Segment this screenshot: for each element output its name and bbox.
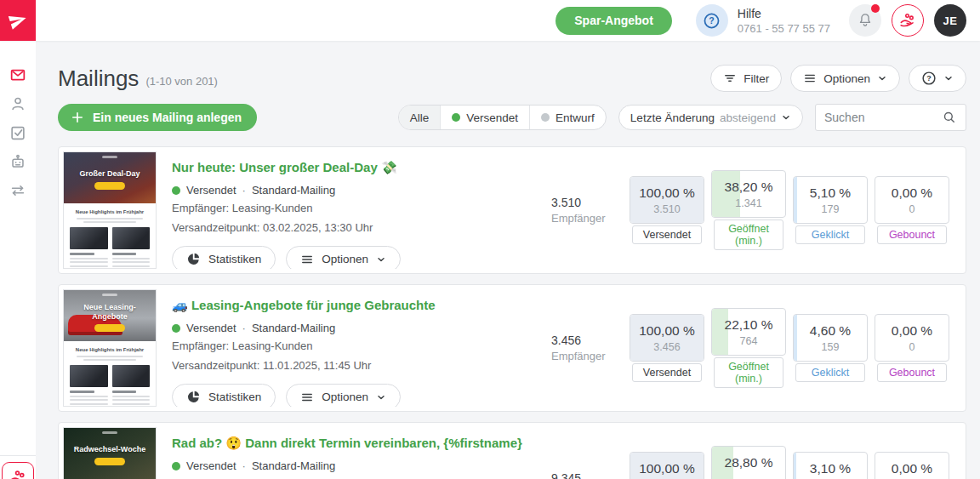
stat-geklickt: 4,60 % 159 Geklickt <box>793 314 868 382</box>
sidebar-referral-button[interactable] <box>2 462 34 479</box>
user-avatar[interactable]: JE <box>934 4 966 37</box>
sidebar-items <box>0 41 36 201</box>
segment-versendet[interactable]: Versendet <box>441 105 530 129</box>
thumb-text-line <box>70 403 108 405</box>
sidebar-item-mailings[interactable] <box>7 65 29 85</box>
mailing-actions: Statistiken Optionen <box>172 384 550 407</box>
thumb-hero: Großer Deal-Day <box>64 152 156 203</box>
options-button[interactable]: Optionen <box>790 65 900 92</box>
stat-label: Geklickt <box>795 363 865 382</box>
stat-label: Versendet <box>632 225 702 244</box>
mailing-options-button[interactable]: Optionen <box>286 246 401 269</box>
search-icon <box>942 110 957 125</box>
person-icon <box>9 94 27 113</box>
mailing-options-button[interactable]: Optionen <box>286 384 401 407</box>
help-button[interactable]: ? <box>696 4 728 37</box>
mailing-thumbnail[interactable]: Großer Deal-Day Neue Highlights im Frühj… <box>63 151 157 269</box>
referral-button[interactable] <box>892 4 924 37</box>
pie-chart-icon <box>186 390 201 404</box>
mailing-schedule-line: Versandzeitpunkt: 03.02.2025, 13:30 Uhr <box>172 220 550 236</box>
stat-gebounct: 0,00 % Gebounct <box>875 452 949 479</box>
thumb-caption-bar <box>70 391 94 393</box>
bell-icon <box>857 12 874 29</box>
stat-count: 179 <box>794 203 867 215</box>
stat-box: 4,60 % 159 <box>793 314 868 362</box>
mailing-recipients-line: Empfänger: Leasing-Kunden <box>172 201 550 216</box>
stat-count: 0 <box>875 341 949 353</box>
sidebar-item-forms[interactable] <box>7 123 29 143</box>
help-dropdown-button[interactable]: ? <box>909 65 966 92</box>
recipients-count: 3.456 <box>551 334 623 347</box>
stat-label: Gebounct <box>877 225 947 244</box>
chevron-down-icon <box>943 73 954 83</box>
mailing-thumbnail[interactable]: Radwechsel-Woche <box>63 427 157 479</box>
transfer-arrows-icon <box>9 181 27 200</box>
stat-label: Versendet <box>632 363 702 382</box>
sort-dropdown[interactable]: Letzte Änderung absteigend <box>618 105 803 130</box>
stat-label: Gebounct <box>877 363 947 382</box>
stat-label: Geöffnet (min.) <box>714 357 783 388</box>
thumb-hero-title: Radwechsel-Woche <box>74 445 145 454</box>
thumb-image <box>112 227 151 249</box>
stat-percent: 28,80 % <box>712 455 785 470</box>
segment-entwurf[interactable]: Entwurf <box>530 105 606 129</box>
thumb-text-line <box>112 265 151 267</box>
mailing-options-label: Optionen <box>322 253 368 265</box>
header-actions: Filter Optionen ? <box>710 65 966 92</box>
mailing-card: Großer Deal-Day Neue Highlights im Frühj… <box>58 146 966 274</box>
thumb-text-line <box>77 356 143 357</box>
mailing-title[interactable]: Rad ab? 😲 Dann direkt Termin vereinbaren… <box>172 436 550 451</box>
stat-count: 764 <box>712 335 785 347</box>
thumb-text-line <box>70 399 108 401</box>
mailing-thumbnail[interactable]: Neue Leasing-Angebote Neue Highlights im… <box>63 289 157 407</box>
svg-text:?: ? <box>926 74 932 83</box>
segment-all[interactable]: Alle <box>399 105 442 129</box>
mailing-title[interactable]: Nur heute: Unser großer Deal-Day 💸 <box>172 160 550 175</box>
help-phone: 0761 - 55 77 55 77 <box>738 22 830 35</box>
mailing-title[interactable]: 🚙 Leasing-Angebote für junge Gebrauchte <box>172 298 550 313</box>
menu-icon <box>300 253 314 266</box>
stat-percent: 4,60 % <box>794 323 867 339</box>
toolbar: Ein neues Mailing anlegen Alle Versendet… <box>58 104 966 131</box>
stat-percent: 0,00 % <box>875 323 949 339</box>
stat-percent: 3,10 % <box>794 461 867 476</box>
sidebar-item-automation[interactable] <box>7 151 29 172</box>
mailing-status: Versendet <box>186 459 236 472</box>
stat-geoeffnet: 22,10 % 764 Geöffnet (min.) <box>711 308 786 388</box>
sidebar-item-transfer[interactable] <box>7 180 29 201</box>
stat-box: 100,00 % <box>630 452 704 479</box>
thumb-images <box>70 227 150 249</box>
thumb-column <box>112 253 151 269</box>
plus-icon <box>70 110 85 125</box>
statistics-button[interactable]: Statistiken <box>172 384 276 407</box>
statistics-button[interactable]: Statistiken <box>172 246 276 269</box>
app-logo[interactable] <box>0 0 36 41</box>
search-box <box>815 104 966 131</box>
sidebar-item-contacts[interactable] <box>7 94 29 114</box>
stat-label: Geöffnet (min.) <box>714 220 783 250</box>
page-title: Mailings <box>58 66 139 92</box>
search-input[interactable] <box>816 111 933 124</box>
mailing-info: Rad ab? 😲 Dann direkt Termin vereinbaren… <box>172 427 550 479</box>
search-button[interactable] <box>933 105 966 130</box>
mailing-status-row: Versendet · Standard-Mailing <box>172 459 550 472</box>
thumb-text-line <box>112 399 151 401</box>
thumb-text-line <box>112 258 151 259</box>
thumb-caption-bar <box>70 253 94 255</box>
thumb-body: Neue Highlights im Frühjahr <box>64 203 156 269</box>
stat-box: 38,20 % 1.341 <box>711 170 786 218</box>
page-header: Mailings (1-10 von 201) Filter Optionen … <box>58 65 966 92</box>
thumb-columns <box>70 391 150 407</box>
new-mailing-button[interactable]: Ein neues Mailing anlegen <box>58 104 257 131</box>
mailing-stats: 9.345 Empfänger 100,00 % Versendet 28,80… <box>550 427 961 479</box>
mailing-options-label: Optionen <box>322 391 368 403</box>
thumb-body: Neue Highlights im Frühjahr <box>64 341 156 407</box>
promo-button[interactable]: Spar-Angebot <box>556 7 672 35</box>
notifications-button[interactable] <box>849 4 881 37</box>
thumb-cta-button <box>94 324 125 332</box>
stat-box: 0,00 % 0 <box>875 314 949 362</box>
recipients-count: 3.510 <box>551 196 623 209</box>
stat-percent: 5,10 % <box>794 185 867 201</box>
filter-button[interactable]: Filter <box>710 65 782 92</box>
thumb-caption-bar <box>112 391 137 393</box>
